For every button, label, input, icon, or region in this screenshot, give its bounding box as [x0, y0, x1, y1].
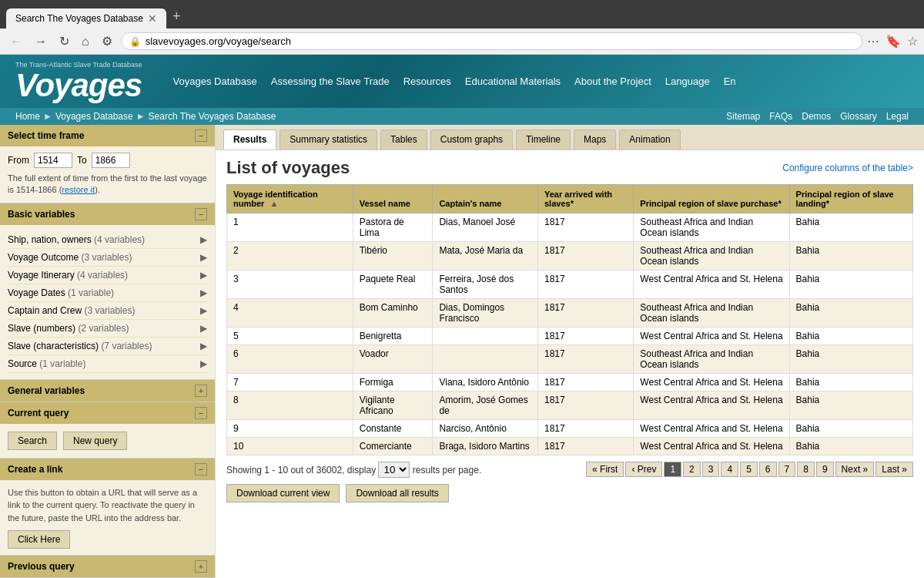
general-vars-header: General variables +	[0, 380, 215, 402]
footer-link-sitemap[interactable]: Sitemap	[726, 111, 760, 122]
new-tab-button[interactable]: +	[166, 5, 187, 29]
star-icon[interactable]: ☆	[907, 34, 918, 49]
tab-close-icon[interactable]: ✕	[148, 12, 157, 25]
sidebar: Select time frame − From To The full ext…	[0, 125, 216, 578]
cell-landing: Bahia	[789, 344, 912, 373]
breadcrumb-home[interactable]: Home	[15, 111, 40, 122]
tab-tables[interactable]: Tables	[380, 129, 427, 150]
table-row: 8 Vigilante Africano Amorim, José Gomes …	[227, 391, 913, 419]
breadcrumb: Home ► Voyages Database ► Search The Voy…	[15, 111, 276, 122]
footer-link-demos[interactable]: Demos	[802, 111, 831, 122]
sort-arrow-icon: ▲	[270, 199, 278, 208]
lock-icon: 🔒	[129, 36, 141, 47]
click-here-button[interactable]: Click Here	[8, 530, 70, 549]
col-id[interactable]: Voyage identification number ▲	[227, 184, 353, 213]
prev-page-button[interactable]: ‹ Prev	[625, 462, 662, 477]
breadcrumb-bar: Home ► Voyages Database ► Search The Voy…	[0, 108, 924, 125]
table-row: 1 Pastora de Lima Dias, Manoel José 1817…	[227, 213, 913, 241]
tab-timeline[interactable]: Timeline	[516, 129, 571, 150]
page-6-button[interactable]: 6	[759, 462, 777, 477]
voyages-table: Voyage identification number ▲ Vessel na…	[226, 184, 913, 455]
address-bar[interactable]: 🔒	[121, 32, 862, 50]
timeframe-toggle[interactable]: −	[195, 129, 207, 142]
var-itinerary[interactable]: Voyage Itinerary (4 variables)▶	[8, 267, 207, 284]
cell-year: 1817	[538, 298, 634, 327]
cell-year: 1817	[538, 270, 634, 298]
nav-lang-en[interactable]: En	[724, 76, 736, 87]
from-input[interactable]	[34, 153, 72, 168]
tab-animation[interactable]: Animation	[619, 129, 680, 150]
main-content: Results Summary statistics Tables Custom…	[216, 125, 924, 578]
first-page-button[interactable]: « First	[586, 462, 624, 477]
bookmark-icon[interactable]: 🔖	[886, 34, 901, 49]
nav-language[interactable]: Language	[665, 76, 710, 87]
cell-landing: Bahia	[789, 213, 912, 241]
url-input[interactable]	[146, 35, 854, 47]
cell-landing: Bahia	[789, 391, 912, 419]
nav-educational[interactable]: Educational Materials	[465, 76, 561, 87]
new-query-button[interactable]: New query	[63, 432, 127, 450]
home-button[interactable]: ⌂	[78, 33, 93, 50]
last-page-button[interactable]: Last »	[875, 462, 913, 477]
var-slave-numbers[interactable]: Slave (numbers) (2 variables)▶	[8, 320, 207, 338]
current-query-toggle[interactable]: −	[195, 407, 207, 419]
footer-link-faqs[interactable]: FAQs	[769, 111, 792, 122]
footer-link-glossary[interactable]: Glossary	[840, 111, 876, 122]
tab-maps[interactable]: Maps	[574, 129, 616, 150]
download-all-button[interactable]: Download all results	[346, 484, 448, 502]
page-7-button[interactable]: 7	[778, 462, 796, 477]
forward-button[interactable]: →	[31, 33, 51, 50]
nav-resources[interactable]: Resources	[403, 76, 451, 87]
nav-about[interactable]: About the Project	[574, 76, 651, 87]
var-source[interactable]: Source (1 variable)▶	[8, 355, 207, 373]
download-current-button[interactable]: Download current view	[226, 484, 340, 502]
nav-assessing[interactable]: Assessing the Slave Trade	[271, 76, 390, 87]
tab-summary[interactable]: Summary statistics	[280, 129, 377, 150]
create-link-toggle[interactable]: −	[195, 463, 207, 476]
page-8-button[interactable]: 8	[797, 462, 815, 477]
previous-query-toggle[interactable]: +	[195, 560, 207, 573]
browser-tab[interactable]: Search The Voyages Database ✕	[6, 8, 166, 29]
general-vars-section: General variables +	[0, 380, 215, 402]
page-3-button[interactable]: 3	[702, 462, 720, 477]
general-vars-toggle[interactable]: +	[195, 385, 207, 397]
current-query-header: Current query −	[0, 402, 215, 424]
previous-query-title: Previous query	[8, 561, 75, 572]
page-2-button[interactable]: 2	[683, 462, 701, 477]
var-crew[interactable]: Captain and Crew (3 variables)▶	[8, 302, 207, 320]
restore-link[interactable]: restore it	[62, 185, 95, 194]
basic-vars-toggle[interactable]: −	[195, 208, 207, 220]
var-slave-chars[interactable]: Slave (characteristics) (7 variables)▶	[8, 338, 207, 355]
page-5-button[interactable]: 5	[740, 462, 758, 477]
per-page-select[interactable]: 10 25 50	[378, 462, 410, 478]
to-input[interactable]	[92, 153, 130, 168]
cell-purchase: Southeast Africa and Indian Ocean island…	[634, 213, 789, 241]
create-link-content: Use this button to obtain a URL that wil…	[0, 480, 215, 556]
next-page-button[interactable]: Next »	[835, 462, 875, 477]
search-button[interactable]: Search	[8, 432, 57, 450]
settings-button[interactable]: ⚙	[98, 32, 116, 50]
reload-button[interactable]: ↻	[55, 32, 73, 50]
cell-landing: Bahia	[789, 298, 912, 327]
cell-id: 3	[227, 270, 353, 298]
tab-custom-graphs[interactable]: Custom graphs	[430, 129, 513, 150]
cell-id: 2	[227, 241, 353, 270]
browser-chrome: Search The Voyages Database ✕ +	[0, 0, 924, 29]
configure-columns-link[interactable]: Configure columns of the table>	[782, 163, 913, 173]
var-ship[interactable]: Ship, nation, owners (4 variables)▶	[8, 231, 207, 249]
back-button[interactable]: ←	[6, 33, 26, 50]
current-query-title: Current query	[8, 408, 69, 418]
footer-link-legal[interactable]: Legal	[886, 111, 909, 122]
tab-results[interactable]: Results	[223, 129, 276, 150]
nav-voyages-db[interactable]: Voyages Database	[173, 76, 257, 87]
cell-id: 5	[227, 327, 353, 344]
var-outcome[interactable]: Voyage Outcome (3 variables)▶	[8, 249, 207, 267]
list-title: List of voyages	[226, 158, 350, 178]
breadcrumb-db[interactable]: Voyages Database	[55, 111, 133, 122]
page-9-button[interactable]: 9	[816, 462, 834, 477]
page-4-button[interactable]: 4	[721, 462, 738, 477]
page-1-button[interactable]: 1	[664, 462, 681, 477]
cell-captain	[433, 344, 538, 373]
cell-vessel: Bom Caminho	[353, 298, 433, 327]
var-dates[interactable]: Voyage Dates (1 variable)▶	[8, 284, 207, 302]
